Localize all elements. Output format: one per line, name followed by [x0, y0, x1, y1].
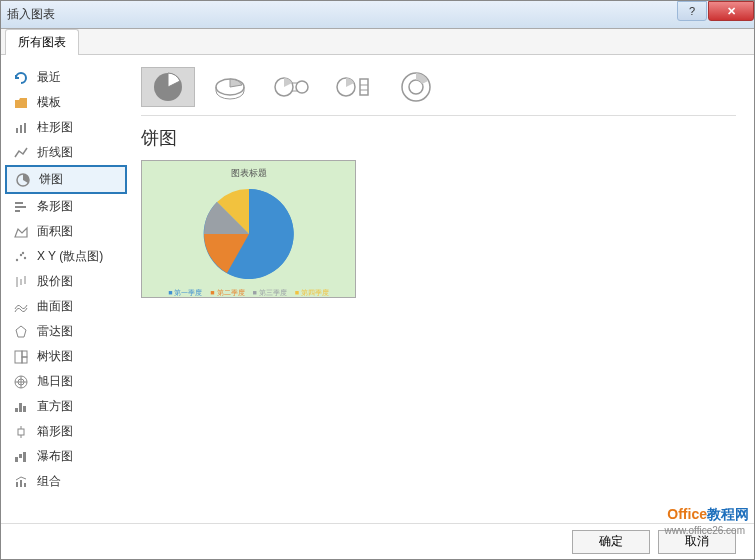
svg-point-9	[24, 256, 26, 258]
legend-item: 第四季度	[295, 288, 329, 298]
chart-preview[interactable]: 图表标题 第一季度 第二季度 第三季度	[141, 160, 356, 298]
svg-rect-27	[15, 457, 18, 462]
subtype-doughnut[interactable]	[389, 67, 443, 107]
waterfall-icon	[13, 449, 29, 465]
subtype-bar-of-pie[interactable]	[327, 67, 381, 107]
svg-rect-24	[18, 429, 24, 435]
preview-legend: 第一季度 第二季度 第三季度 第四季度	[168, 288, 329, 298]
svg-rect-21	[15, 408, 18, 412]
combo-chart-icon	[13, 474, 29, 490]
stock-chart-icon	[13, 274, 29, 290]
sidebar-item-recent[interactable]: 最近	[5, 65, 127, 90]
sidebar-item-combo[interactable]: 组合	[5, 469, 127, 494]
sidebar-item-label: 条形图	[37, 198, 73, 215]
sidebar-item-pie[interactable]: 饼图	[5, 165, 127, 194]
sidebar-item-line[interactable]: 折线图	[5, 140, 127, 165]
sidebar-item-label: 面积图	[37, 223, 73, 240]
dialog-footer: 确定 取消	[1, 523, 754, 559]
close-button[interactable]: ✕	[708, 1, 754, 21]
svg-rect-5	[15, 206, 26, 208]
pie-chart-icon	[15, 172, 31, 188]
sidebar-item-label: 箱形图	[37, 423, 73, 440]
sidebar-item-scatter[interactable]: X Y (散点图)	[5, 244, 127, 269]
histogram-icon	[13, 399, 29, 415]
sidebar-item-column[interactable]: 柱形图	[5, 115, 127, 140]
line-chart-icon	[13, 145, 29, 161]
sidebar-item-label: 最近	[37, 69, 61, 86]
subtype-pie-3d[interactable]	[203, 67, 257, 107]
svg-rect-40	[360, 79, 368, 95]
main-panel: 饼图 图表标题 第一季度 第二季度	[131, 55, 754, 523]
svg-point-7	[16, 258, 18, 260]
sidebar-item-templates[interactable]: 模板	[5, 90, 127, 115]
boxplot-icon	[13, 424, 29, 440]
content-area: 最近 模板 柱形图 折线图 饼图 条形图	[1, 55, 754, 523]
tab-all-charts[interactable]: 所有图表	[5, 29, 79, 55]
sidebar-item-label: 组合	[37, 473, 61, 490]
bar-chart-icon	[13, 199, 29, 215]
sidebar-item-stock[interactable]: 股价图	[5, 269, 127, 294]
sidebar-item-surface[interactable]: 曲面图	[5, 294, 127, 319]
svg-rect-30	[16, 482, 18, 487]
svg-rect-28	[19, 454, 22, 458]
dialog-window: 插入图表 ? ✕ 所有图表 最近 模板 柱形图 折线图	[0, 0, 755, 560]
svg-rect-29	[23, 452, 26, 462]
tabstrip: 所有图表	[1, 29, 754, 55]
sunburst-icon	[13, 374, 29, 390]
svg-rect-4	[15, 202, 23, 204]
sidebar-item-label: 饼图	[39, 171, 63, 188]
sidebar-item-waterfall[interactable]: 瀑布图	[5, 444, 127, 469]
sidebar: 最近 模板 柱形图 折线图 饼图 条形图	[1, 55, 131, 523]
svg-rect-31	[20, 480, 22, 487]
svg-point-10	[22, 251, 24, 253]
folder-icon	[13, 95, 29, 111]
sidebar-item-histogram[interactable]: 直方图	[5, 394, 127, 419]
legend-item: 第一季度	[168, 288, 202, 298]
sidebar-item-treemap[interactable]: 树状图	[5, 344, 127, 369]
sidebar-item-label: 雷达图	[37, 323, 73, 340]
svg-rect-32	[24, 483, 26, 487]
column-chart-icon	[13, 120, 29, 136]
sidebar-item-label: X Y (散点图)	[37, 248, 103, 265]
sidebar-item-boxplot[interactable]: 箱形图	[5, 419, 127, 444]
treemap-icon	[13, 349, 29, 365]
sidebar-item-radar[interactable]: 雷达图	[5, 319, 127, 344]
svg-rect-22	[19, 403, 22, 412]
sidebar-item-area[interactable]: 面积图	[5, 219, 127, 244]
scatter-chart-icon	[13, 249, 29, 265]
watermark-brand: Office	[667, 506, 707, 522]
surface-chart-icon	[13, 299, 29, 315]
watermark: Office教程网	[667, 506, 749, 524]
help-button[interactable]: ?	[677, 1, 707, 21]
watermark-brand2: 教程网	[707, 506, 749, 522]
svg-rect-0	[16, 128, 18, 133]
titlebar-buttons: ? ✕	[677, 1, 754, 21]
sidebar-item-label: 树状图	[37, 348, 73, 365]
subtype-title: 饼图	[141, 126, 736, 150]
svg-rect-2	[24, 123, 26, 133]
preview-chart-title: 图表标题	[231, 167, 267, 180]
svg-rect-16	[22, 357, 27, 363]
subtype-pie-of-pie[interactable]	[265, 67, 319, 107]
sidebar-item-label: 折线图	[37, 144, 73, 161]
titlebar-title: 插入图表	[7, 6, 55, 23]
subtype-row	[141, 67, 736, 116]
ok-button[interactable]: 确定	[572, 530, 650, 554]
sidebar-item-label: 柱形图	[37, 119, 73, 136]
area-chart-icon	[13, 224, 29, 240]
sidebar-item-sunburst[interactable]: 旭日图	[5, 369, 127, 394]
legend-item: 第二季度	[210, 288, 244, 298]
sidebar-item-bar[interactable]: 条形图	[5, 194, 127, 219]
svg-rect-15	[22, 351, 27, 357]
sidebar-item-label: 模板	[37, 94, 61, 111]
sidebar-item-label: 曲面图	[37, 298, 73, 315]
sidebar-item-label: 直方图	[37, 398, 73, 415]
sidebar-item-label: 股价图	[37, 273, 73, 290]
watermark-url: www.office26.com	[665, 525, 745, 536]
preview-pie	[199, 184, 299, 284]
subtype-pie[interactable]	[141, 67, 195, 107]
sidebar-item-label: 旭日图	[37, 373, 73, 390]
svg-point-8	[20, 253, 22, 255]
svg-rect-6	[15, 210, 20, 212]
svg-rect-1	[20, 125, 22, 133]
